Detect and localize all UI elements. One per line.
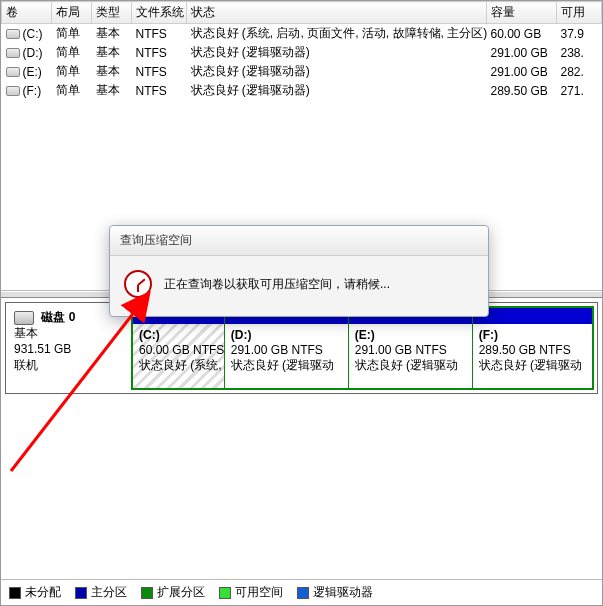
vol-type: 基本 [92, 24, 132, 44]
vol-fs: NTFS [132, 62, 187, 81]
swatch-primary [75, 587, 87, 599]
swatch-extended [141, 587, 153, 599]
vol-type: 基本 [92, 81, 132, 100]
col-type[interactable]: 类型 [92, 2, 132, 24]
partition-size: 60.00 GB NTFS [139, 343, 224, 357]
partition-status: 状态良好 (逻辑驱动 [355, 358, 458, 372]
disk-type: 基本 [14, 326, 38, 340]
col-fs[interactable]: 文件系统 [132, 2, 187, 24]
volume-icon [6, 86, 20, 96]
vol-free: 37.9 [557, 24, 602, 44]
vol-layout: 简单 [52, 43, 92, 62]
col-free[interactable]: 可用 [557, 2, 602, 24]
vol-cap: 60.00 GB [487, 24, 557, 44]
partition-strip: (C:)60.00 GB NTFS状态良好 (系统, 启(D:)291.00 G… [131, 306, 594, 390]
partition-size: 289.50 GB NTFS [479, 343, 571, 357]
col-layout[interactable]: 布局 [52, 2, 92, 24]
vol-layout: 简单 [52, 24, 92, 44]
volume-icon [6, 29, 20, 39]
partition-status: 状态良好 (系统, 启 [139, 358, 224, 372]
vol-free: 282. [557, 62, 602, 81]
querying-shrink-dialog: 查询压缩空间 正在查询卷以获取可用压缩空间，请稍候... [109, 225, 489, 317]
vol-status: 状态良好 (系统, 启动, 页面文件, 活动, 故障转储, 主分区) [187, 24, 487, 44]
disk-size: 931.51 GB [14, 342, 71, 356]
vol-fs: NTFS [132, 81, 187, 100]
partition-E[interactable]: (E:)291.00 GB NTFS状态良好 (逻辑驱动 [349, 308, 473, 388]
legend-logical: 逻辑驱动器 [297, 584, 373, 601]
disk-label: 磁盘 0 [41, 310, 75, 324]
legend-unallocated: 未分配 [9, 584, 61, 601]
vol-name: (F:) [23, 84, 42, 98]
partition-size: 291.00 GB NTFS [355, 343, 447, 357]
partition-status: 状态良好 (逻辑驱动 [231, 358, 334, 372]
vol-fs: NTFS [132, 43, 187, 62]
vol-name: (C:) [23, 27, 43, 41]
dialog-message: 正在查询卷以获取可用压缩空间，请稍候... [164, 276, 390, 293]
partition-D[interactable]: (D:)291.00 GB NTFS状态良好 (逻辑驱动 [225, 308, 349, 388]
partition-status: 状态良好 (逻辑驱动 [479, 358, 582, 372]
partition-size: 291.00 GB NTFS [231, 343, 323, 357]
disk-icon [14, 311, 34, 325]
partition-letter: (F:) [479, 328, 498, 342]
vol-cap: 291.00 GB [487, 62, 557, 81]
table-row[interactable]: (D:)简单基本NTFS状态良好 (逻辑驱动器)291.00 GB238. [2, 43, 602, 62]
legend-primary: 主分区 [75, 584, 127, 601]
legend-free: 可用空间 [219, 584, 283, 601]
legend: 未分配 主分区 扩展分区 可用空间 逻辑驱动器 [1, 579, 602, 605]
swatch-unallocated [9, 587, 21, 599]
vol-type: 基本 [92, 43, 132, 62]
volume-table: 卷 布局 类型 文件系统 状态 容量 可用 (C:)简单基本NTFS状态良好 (… [1, 1, 602, 100]
vol-fs: NTFS [132, 24, 187, 44]
col-volume[interactable]: 卷 [2, 2, 52, 24]
table-row[interactable]: (F:)简单基本NTFS状态良好 (逻辑驱动器)289.50 GB271. [2, 81, 602, 100]
swatch-logical [297, 587, 309, 599]
vol-type: 基本 [92, 62, 132, 81]
vol-cap: 289.50 GB [487, 81, 557, 100]
clock-icon [124, 270, 152, 298]
partition-letter: (D:) [231, 328, 252, 342]
col-status[interactable]: 状态 [187, 2, 487, 24]
vol-layout: 简单 [52, 62, 92, 81]
volume-icon [6, 67, 20, 77]
vol-status: 状态良好 (逻辑驱动器) [187, 81, 487, 100]
partition-F[interactable]: (F:)289.50 GB NTFS状态良好 (逻辑驱动 [473, 308, 592, 388]
partition-letter: (E:) [355, 328, 375, 342]
vol-free: 238. [557, 43, 602, 62]
legend-extended: 扩展分区 [141, 584, 205, 601]
vol-status: 状态良好 (逻辑驱动器) [187, 62, 487, 81]
volume-icon [6, 48, 20, 58]
vol-name: (D:) [23, 46, 43, 60]
partition-header [473, 308, 592, 324]
table-row[interactable]: (C:)简单基本NTFS状态良好 (系统, 启动, 页面文件, 活动, 故障转储… [2, 24, 602, 44]
vol-name: (E:) [23, 65, 42, 79]
swatch-free [219, 587, 231, 599]
table-row[interactable]: (E:)简单基本NTFS状态良好 (逻辑驱动器)291.00 GB282. [2, 62, 602, 81]
partition-letter: (C:) [139, 328, 160, 342]
vol-free: 271. [557, 81, 602, 100]
vol-status: 状态良好 (逻辑驱动器) [187, 43, 487, 62]
vol-cap: 291.00 GB [487, 43, 557, 62]
col-capacity[interactable]: 容量 [487, 2, 557, 24]
disk-state: 联机 [14, 358, 38, 372]
vol-layout: 简单 [52, 81, 92, 100]
partition-C[interactable]: (C:)60.00 GB NTFS状态良好 (系统, 启 [133, 308, 225, 388]
dialog-title: 查询压缩空间 [110, 226, 488, 256]
